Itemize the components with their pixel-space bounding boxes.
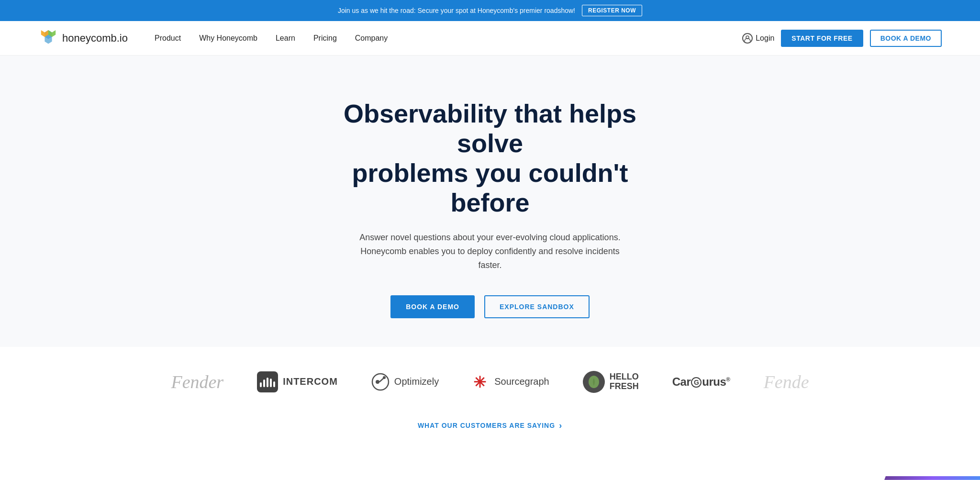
circle-g: G bbox=[691, 377, 702, 388]
nav-right: Login START FOR FREE BOOK A DEMO bbox=[742, 30, 942, 47]
main-nav: honeycomb.io Product Why Honeycomb Learn… bbox=[0, 21, 980, 56]
customers-saying-link[interactable]: WHAT OUR CUSTOMERS ARE SAYING › bbox=[0, 407, 980, 450]
customers-saying-text: WHAT OUR CUSTOMERS ARE SAYING bbox=[418, 422, 555, 429]
optimizely-logo: Optimizely bbox=[371, 373, 439, 391]
book-demo-nav-button[interactable]: BOOK A DEMO bbox=[870, 30, 942, 47]
svg-point-5 bbox=[372, 374, 389, 390]
fender-logo-left: Fender bbox=[171, 371, 223, 392]
logos-section: Fender INTERCOM Opt bbox=[0, 347, 980, 407]
hero-heading: Observability that helps solve problems … bbox=[327, 99, 653, 217]
hellofresh-fresh: FRESH bbox=[610, 382, 639, 391]
user-svg bbox=[744, 35, 751, 42]
nav-why-honeycomb[interactable]: Why Honeycomb bbox=[191, 31, 265, 45]
intercom-logo: INTERCOM bbox=[257, 371, 338, 392]
fender-text-right: Fende bbox=[764, 371, 809, 392]
user-icon bbox=[742, 33, 753, 44]
svg-point-6 bbox=[376, 380, 379, 384]
optimizely-text: Optimizely bbox=[394, 376, 439, 387]
svg-point-8 bbox=[383, 376, 386, 379]
chevron-right-icon: › bbox=[559, 421, 562, 431]
intercom-text: INTERCOM bbox=[283, 376, 338, 387]
nav-links: Product Why Honeycomb Learn Pricing Comp… bbox=[147, 31, 742, 45]
nav-company[interactable]: Company bbox=[347, 31, 395, 45]
logo-text: honeycomb.io bbox=[62, 32, 128, 45]
login-label: Login bbox=[756, 34, 774, 43]
hellofresh-icon bbox=[583, 371, 605, 393]
bar5 bbox=[273, 381, 275, 387]
book-demo-hero-button[interactable]: BOOK A DEMO bbox=[390, 295, 475, 318]
cargurus-logo: CarGurus® bbox=[672, 375, 730, 389]
logo-link[interactable]: honeycomb.io bbox=[38, 29, 128, 47]
login-button[interactable]: Login bbox=[742, 33, 774, 44]
banner-text: Join us as we hit the road: Secure your … bbox=[338, 7, 575, 14]
hero-section: Observability that helps solve problems … bbox=[0, 56, 980, 347]
fender-text-left: Fender bbox=[171, 371, 223, 392]
nav-pricing[interactable]: Pricing bbox=[306, 31, 345, 45]
sourcegraph-logo: ✳ Sourcegraph bbox=[472, 373, 549, 391]
sourcegraph-text: Sourcegraph bbox=[494, 376, 549, 387]
explore-sandbox-button[interactable]: EXPLORE SANDBOX bbox=[484, 295, 590, 318]
intercom-bars bbox=[260, 377, 275, 387]
register-now-button[interactable]: REGISTER NOW bbox=[582, 5, 642, 16]
optimizely-icon bbox=[371, 373, 390, 391]
bar3 bbox=[267, 378, 268, 387]
logos-strip: Fender INTERCOM Opt bbox=[0, 371, 980, 393]
hellofresh-hello: HELLO bbox=[610, 372, 639, 382]
hellofresh-logo: HELLO FRESH bbox=[583, 371, 639, 393]
hero-subtext: Answer novel questions about your ever-e… bbox=[351, 231, 629, 272]
bar4 bbox=[270, 379, 272, 387]
honeycomb-logo-icon bbox=[38, 29, 58, 47]
hellofresh-text-block: HELLO FRESH bbox=[610, 372, 639, 391]
sourcegraph-icon: ✳ bbox=[472, 373, 490, 391]
fender-logo-right: Fende bbox=[764, 371, 809, 392]
hero-buttons: BOOK A DEMO EXPLORE SANDBOX bbox=[390, 295, 590, 318]
cargurus-text: CarGurus® bbox=[672, 375, 730, 389]
svg-text:✳: ✳ bbox=[473, 374, 486, 391]
announcement-banner: Join us as we hit the road: Secure your … bbox=[0, 0, 980, 21]
intercom-icon bbox=[257, 371, 278, 392]
nav-product[interactable]: Product bbox=[147, 31, 189, 45]
nav-learn[interactable]: Learn bbox=[268, 31, 303, 45]
hellofresh-leaf bbox=[587, 375, 601, 389]
start-for-free-button[interactable]: START FOR FREE bbox=[781, 30, 863, 47]
bar1 bbox=[260, 382, 262, 387]
bar2 bbox=[263, 380, 265, 387]
